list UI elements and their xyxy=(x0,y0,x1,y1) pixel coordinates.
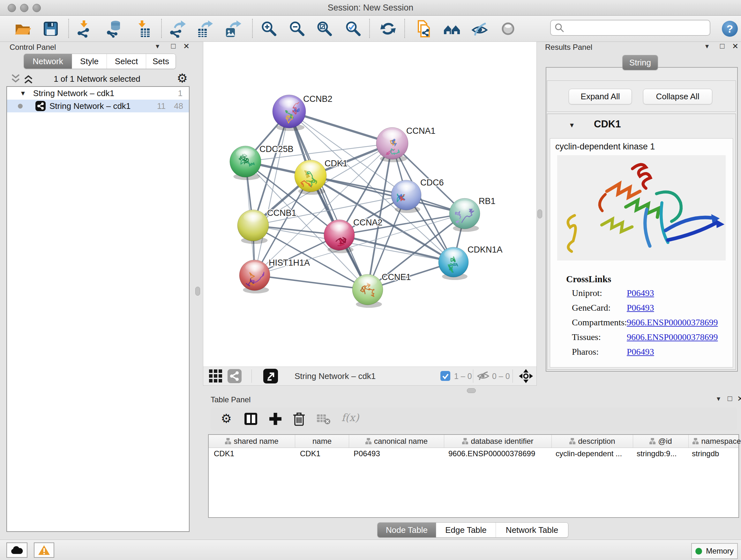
crosslink-value-link[interactable]: 9606.ENSP00000378699 xyxy=(627,332,718,342)
crosslink-value-link[interactable]: 9606.ENSP00000378699 xyxy=(627,317,718,327)
network-view-toolbar: String Network – cdk1 1 – 0 0 – 0 xyxy=(203,367,536,385)
delete-table-icon[interactable] xyxy=(317,414,331,425)
zoom-selected-button[interactable] xyxy=(343,19,363,38)
network-collection-row[interactable]: ▼ String Network – cdk1 1 xyxy=(7,87,189,100)
left-splitter-handle[interactable] xyxy=(195,287,200,296)
birdseye-view-icon[interactable] xyxy=(519,369,533,383)
zoom-out-button[interactable] xyxy=(287,19,307,38)
refresh-button[interactable] xyxy=(378,19,398,38)
right-splitter-handle[interactable] xyxy=(537,209,542,219)
crosslink-value-link[interactable]: P06493 xyxy=(627,303,654,313)
column-header-description[interactable]: description xyxy=(552,435,633,448)
open-session-button[interactable] xyxy=(13,19,32,38)
results-panel-float-icon[interactable]: □ xyxy=(720,42,725,51)
zoom-in-button[interactable] xyxy=(259,19,279,38)
node-CDK1[interactable]: CDK1 xyxy=(294,159,347,195)
eye-slash-icon xyxy=(471,20,488,38)
expand-all-button[interactable]: Expand All xyxy=(569,89,632,105)
protein-disclosure-icon[interactable]: ▼ xyxy=(569,122,575,129)
help-button[interactable]: ? xyxy=(720,19,740,38)
node-CDKN1A[interactable]: CDKN1A xyxy=(439,245,502,280)
column-header-shared-name[interactable]: shared name xyxy=(209,435,295,448)
results-panel-collapse-icon[interactable]: ▾ xyxy=(705,42,709,51)
tab-sets[interactable]: Sets xyxy=(146,54,176,69)
network-view[interactable]: CCNB2CCNA1CDC25BCDK1CDC6RB1CCNB1CCNA2CDK… xyxy=(203,42,537,386)
network-canvas[interactable]: CCNB2CCNA1CDC25BCDK1CDC6RB1CCNB1CCNA2CDK… xyxy=(203,42,536,367)
column-header--id[interactable]: @id xyxy=(633,435,689,448)
collapse-all-button[interactable]: Collapse All xyxy=(643,89,712,105)
grid-view-icon[interactable] xyxy=(209,369,223,383)
network-view-share-icon[interactable] xyxy=(227,369,242,383)
control-panel-close-icon[interactable]: ✕ xyxy=(183,42,190,51)
tab-select[interactable]: Select xyxy=(107,54,146,69)
protein-structure-image xyxy=(555,155,728,260)
table-row[interactable]: CDK1CDK1P064939606.ENSP00000378699cyclin… xyxy=(209,448,738,459)
tab-style[interactable]: Style xyxy=(72,54,107,69)
import-network-file-button[interactable] xyxy=(74,19,94,38)
results-panel: Results Panel ▾ □ ✕ String Expand All Co… xyxy=(542,42,741,393)
selected-checkbox-icon[interactable] xyxy=(441,371,450,381)
import-network-database-button[interactable] xyxy=(104,19,124,38)
create-column-plus-icon[interactable] xyxy=(269,412,282,426)
control-panel-float-icon[interactable]: □ xyxy=(171,42,176,51)
table-panel-close-icon[interactable]: ✕ xyxy=(737,394,741,403)
show-columns-icon[interactable] xyxy=(244,412,258,426)
bottom-splitter-handle[interactable] xyxy=(467,388,476,393)
memory-status-dot-icon xyxy=(695,548,702,555)
import-table-file-button[interactable] xyxy=(133,19,152,38)
crosslink-value-link[interactable]: P06493 xyxy=(627,347,654,357)
node-HIST1H1A[interactable]: HIST1H1A xyxy=(239,258,310,294)
node-RB1[interactable]: RB1 xyxy=(449,196,495,232)
column-header-name[interactable]: name xyxy=(295,435,349,448)
tab-network[interactable]: Network xyxy=(24,54,72,69)
function-builder-icon[interactable]: f(x) xyxy=(341,412,359,424)
graphics-details-eye-icon xyxy=(499,20,517,38)
protein-description: cyclin-dependent kinase 1 xyxy=(555,142,655,152)
crosslink-value-link[interactable]: P06493 xyxy=(627,288,654,298)
title-bar: Session: New Session xyxy=(0,0,741,16)
column-header-namespace[interactable]: namespace xyxy=(689,435,741,448)
first-neighbors-button[interactable] xyxy=(442,19,462,38)
tab-network-table[interactable]: Network Table xyxy=(495,523,568,537)
node-CCNB1[interactable]: CCNB1 xyxy=(238,208,296,244)
network-row[interactable]: String Network – cdk1 11 48 xyxy=(7,100,189,112)
table-panel-collapse-icon[interactable]: ▾ xyxy=(717,395,720,403)
cloud-button[interactable] xyxy=(6,543,27,558)
search-input[interactable] xyxy=(567,21,710,34)
warnings-button[interactable] xyxy=(34,543,54,558)
edge-CCNE1-HIST1H1A[interactable] xyxy=(255,275,367,290)
search-field[interactable] xyxy=(550,20,711,36)
clone-network-button[interactable] xyxy=(414,19,434,38)
graphics-details-button[interactable] xyxy=(498,19,518,38)
memory-button[interactable]: Memory xyxy=(691,543,738,559)
results-panel-close-icon[interactable]: ✕ xyxy=(732,42,738,51)
column-header-canonical-name[interactable]: canonical name xyxy=(349,435,444,448)
collection-count: 1 xyxy=(178,88,183,98)
hide-graphics-button[interactable] xyxy=(470,19,489,38)
protein-result-card: ▼ CDK1 cyclin-dependent kinase 1 xyxy=(547,114,736,370)
export-image-button[interactable] xyxy=(222,19,242,38)
tab-edge-table[interactable]: Edge Table xyxy=(436,523,495,537)
svg-text:?: ? xyxy=(727,23,733,35)
node-CCNE1[interactable]: CCNE1 xyxy=(352,272,411,308)
collection-disclosure-icon[interactable]: ▼ xyxy=(20,90,26,97)
hidden-eye-slash-icon[interactable] xyxy=(477,371,489,381)
delete-column-trash-icon[interactable] xyxy=(292,411,306,427)
network-panel-options-gear-icon[interactable]: ⚙ xyxy=(177,72,188,84)
node-CCNB2[interactable]: CCNB2 xyxy=(273,94,333,131)
column-header-database-identifier[interactable]: database identifier xyxy=(444,435,552,448)
control-panel-collapse-icon[interactable]: ▾ xyxy=(156,42,159,51)
cell-canonical-name: P06493 xyxy=(348,448,443,459)
edge-CCNB2-HIST1H1A[interactable] xyxy=(255,111,289,275)
save-session-button[interactable] xyxy=(41,19,61,38)
table-options-gear-icon[interactable]: ⚙ xyxy=(221,413,232,425)
detach-view-icon[interactable] xyxy=(263,369,278,383)
edge-CCNA2-CDKN1A[interactable] xyxy=(339,235,454,262)
node-CDC6[interactable]: CDC6 xyxy=(391,178,444,213)
table-panel-float-icon[interactable]: □ xyxy=(728,394,732,403)
tab-node-table[interactable]: Node Table xyxy=(378,523,436,537)
export-table-button[interactable] xyxy=(195,19,214,38)
tab-string[interactable]: String xyxy=(623,55,658,70)
export-network-button[interactable] xyxy=(167,19,187,38)
zoom-fit-button[interactable] xyxy=(315,19,334,38)
